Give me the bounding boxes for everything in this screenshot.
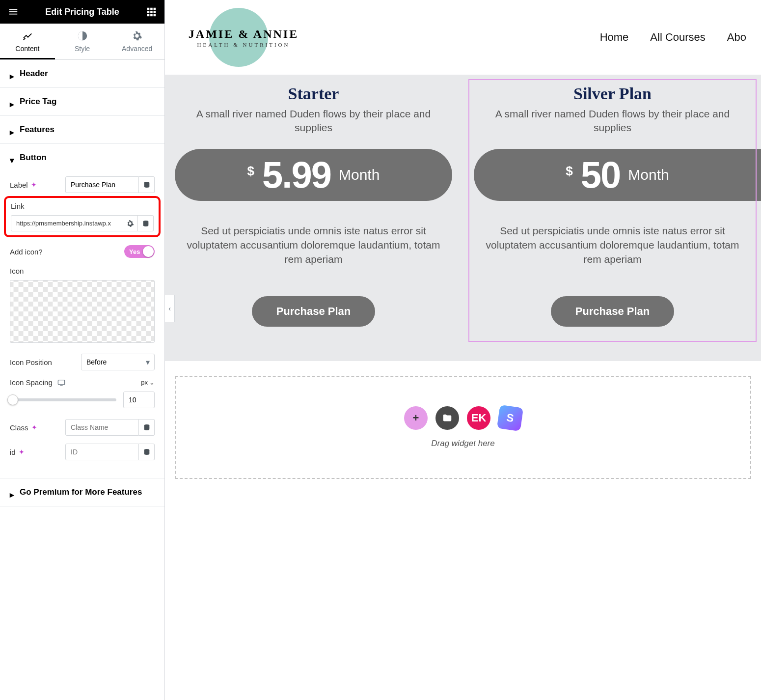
section-button-toggle[interactable]: ▾ Button — [0, 144, 164, 171]
nav-home[interactable]: Home — [600, 31, 629, 44]
class-input[interactable] — [65, 419, 139, 436]
logo-tagline: HEALTH & NUTRITION — [175, 42, 312, 48]
field-icon-position: Icon Position Before — [10, 354, 155, 370]
svg-rect-12 — [58, 380, 64, 384]
icon-spacing-slider[interactable] — [10, 398, 116, 401]
ek-icon[interactable]: EK — [467, 406, 490, 430]
section-header-toggle[interactable]: ▸ Header — [0, 60, 164, 87]
section-button-label: Button — [20, 153, 47, 163]
hamburger-icon[interactable] — [8, 6, 19, 17]
nav-menu: Home All Courses Abo — [600, 31, 746, 44]
field-label-text: Label✦ — [10, 181, 65, 189]
icon-spacing-value-input[interactable] — [123, 392, 155, 408]
drop-zone-actions: + EK S — [404, 406, 522, 430]
section-features: ▸ Features — [0, 116, 164, 144]
pricing-card-starter[interactable]: Starter A small river named Duden flows … — [170, 80, 457, 341]
link-input[interactable] — [11, 215, 122, 231]
id-dynamic-button[interactable] — [139, 444, 155, 460]
svg-rect-13 — [60, 385, 62, 386]
card-subtitle: A small river named Duden flows by their… — [170, 107, 457, 135]
card-title: Starter — [170, 84, 457, 103]
price-value: 5.99 — [262, 153, 331, 196]
field-add-icon: Add icon? Yes — [10, 245, 155, 258]
section-premium-toggle[interactable]: ▸ Go Premium for More Features — [0, 478, 164, 506]
nav-about[interactable]: Abo — [727, 31, 746, 44]
card-title: Silver Plan — [469, 84, 756, 103]
field-icon-spacing: Icon Spacing px ⌄ — [10, 378, 155, 387]
card-subtitle: A small river named Duden flows by their… — [469, 107, 756, 135]
nav-courses[interactable]: All Courses — [650, 31, 705, 44]
ai-spark-icon[interactable]: ✦ — [31, 181, 37, 189]
card-description: Sed ut perspiciatis unde omnis iste natu… — [469, 224, 756, 267]
caret-right-icon: ▸ — [10, 99, 15, 104]
section-header: ▸ Header — [0, 60, 164, 88]
chevron-down-icon: ⌄ — [149, 379, 155, 386]
dynamic-tags-button[interactable] — [139, 176, 155, 193]
field-id: id✦ — [10, 444, 155, 460]
class-label: Class✦ — [10, 423, 65, 432]
price-pill: $ 50 Month — [474, 149, 761, 201]
svg-rect-0 — [147, 8, 150, 10]
tab-content[interactable]: Content — [0, 24, 55, 59]
section-price-tag: ▸ Price Tag — [0, 88, 164, 116]
field-link-label: Link — [11, 202, 154, 210]
section-premium: ▸ Go Premium for More Features — [0, 478, 164, 506]
purchase-button[interactable]: Purchase Plan — [551, 296, 675, 327]
caret-down-icon: ▾ — [10, 155, 15, 160]
section-price-tag-toggle[interactable]: ▸ Price Tag — [0, 88, 164, 115]
site-logo[interactable]: JAMIE & ANNIE HEALTH & NUTRITION — [175, 8, 312, 67]
add-icon-toggle[interactable]: Yes — [124, 245, 155, 258]
id-label: id✦ — [10, 448, 65, 456]
svg-rect-1 — [150, 8, 153, 10]
widgets-grid-icon[interactable] — [146, 6, 157, 17]
link-dynamic-button[interactable] — [138, 215, 154, 231]
sidebar-body: ▸ Header ▸ Price Tag ▸ Features ▾ — [0, 60, 164, 700]
icon-picker[interactable] — [10, 280, 155, 343]
section-premium-label: Go Premium for More Features — [20, 487, 142, 497]
currency-symbol: $ — [247, 164, 254, 179]
s-icon[interactable]: S — [497, 405, 523, 431]
ai-spark-icon[interactable]: ✦ — [31, 423, 37, 431]
icon-position-select[interactable]: Before — [81, 354, 155, 370]
svg-rect-5 — [154, 11, 156, 13]
label-input[interactable] — [65, 176, 139, 193]
add-icon-label: Add icon? — [10, 248, 43, 256]
icon-field-label: Icon — [10, 267, 155, 275]
collapse-sidebar-handle[interactable]: ‹ — [165, 295, 175, 322]
field-class: Class✦ — [10, 419, 155, 436]
section-header-label: Header — [20, 69, 48, 79]
field-label: Label✦ — [10, 176, 155, 193]
link-field-highlight: Link — [4, 196, 161, 237]
ai-spark-icon[interactable]: ✦ — [19, 448, 25, 456]
folder-icon[interactable] — [435, 406, 459, 430]
section-button: ▾ Button Label✦ Link — [0, 144, 164, 478]
svg-rect-8 — [154, 14, 156, 17]
purchase-button[interactable]: Purchase Plan — [252, 296, 376, 327]
id-input[interactable] — [65, 444, 139, 460]
section-features-toggle[interactable]: ▸ Features — [0, 116, 164, 143]
svg-rect-3 — [147, 11, 150, 13]
tab-advanced[interactable]: Advanced — [109, 24, 164, 59]
add-widget-button[interactable]: + — [404, 406, 428, 430]
widget-drop-zone[interactable]: + EK S Drag widget here — [175, 376, 751, 479]
sidebar-tabs: Content Style Advanced — [0, 24, 164, 60]
svg-rect-7 — [150, 14, 153, 17]
link-options-button[interactable] — [122, 215, 138, 231]
class-dynamic-button[interactable] — [139, 419, 155, 436]
section-button-body: Label✦ Link — [0, 171, 164, 478]
drop-zone-text: Drag widget here — [431, 439, 494, 448]
section-price-tag-label: Price Tag — [20, 97, 56, 107]
svg-rect-2 — [154, 8, 156, 10]
tab-style[interactable]: Style — [55, 24, 110, 59]
svg-rect-4 — [150, 11, 153, 13]
slider-thumb[interactable] — [7, 394, 18, 405]
unit-selector[interactable]: px ⌄ — [141, 379, 155, 386]
icon-spacing-label: Icon Spacing — [10, 378, 53, 387]
toggle-knob — [143, 246, 154, 257]
preview-pane: ‹ JAMIE & ANNIE HEALTH & NUTRITION Home … — [165, 0, 761, 700]
pricing-cards: Starter A small river named Duden flows … — [165, 75, 761, 361]
price-period: Month — [628, 167, 669, 183]
responsive-device-icon[interactable] — [57, 379, 65, 386]
currency-symbol: $ — [566, 164, 572, 179]
pricing-card-silver[interactable]: Silver Plan A small river named Duden fl… — [469, 80, 756, 341]
